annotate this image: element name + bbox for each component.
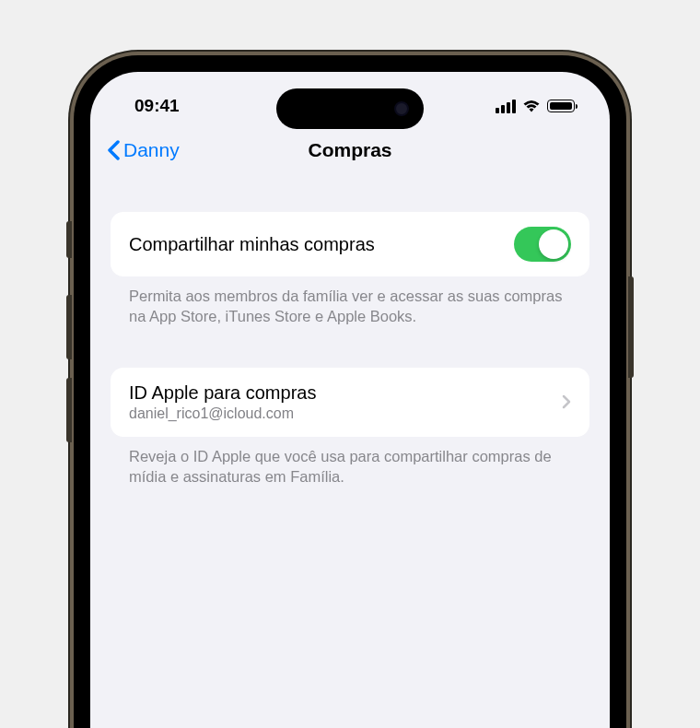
apple-id-email: daniel_rico1@icloud.com <box>129 405 316 422</box>
back-button[interactable]: Danny <box>107 139 180 161</box>
side-button <box>628 276 634 378</box>
mute-switch <box>66 221 72 258</box>
wifi-icon <box>522 100 541 113</box>
share-purchases-label: Compartilhar minhas compras <box>129 234 375 255</box>
apple-id-title: ID Apple para compras <box>129 382 316 404</box>
battery-icon <box>547 100 575 112</box>
share-purchases-toggle[interactable] <box>514 227 571 262</box>
share-purchases-footer: Permita aos membros da família ver e ace… <box>111 276 589 327</box>
volume-down-button <box>66 378 72 442</box>
apple-id-footer: Reveja o ID Apple que você usa para comp… <box>111 437 589 487</box>
chevron-left-icon <box>107 140 120 160</box>
status-time: 09:41 <box>134 96 180 116</box>
back-label: Danny <box>123 139 180 161</box>
page-title: Compras <box>308 139 391 161</box>
screen: 09:41 Danny Compras <box>90 72 610 728</box>
status-icons <box>496 100 575 113</box>
dynamic-island <box>276 88 424 129</box>
chevron-right-icon <box>562 394 571 409</box>
phone-frame: 09:41 Danny Compras <box>74 55 626 728</box>
toggle-knob <box>539 229 568 259</box>
cellular-signal-icon <box>496 100 516 113</box>
navigation-bar: Danny Compras <box>90 127 610 173</box>
share-purchases-cell: Compartilhar minhas compras <box>111 212 589 276</box>
front-camera <box>394 101 409 116</box>
volume-up-button <box>66 295 72 359</box>
content: Compartilhar minhas compras Permita aos … <box>90 173 610 487</box>
apple-id-cell[interactable]: ID Apple para compras daniel_rico1@iclou… <box>111 368 589 437</box>
